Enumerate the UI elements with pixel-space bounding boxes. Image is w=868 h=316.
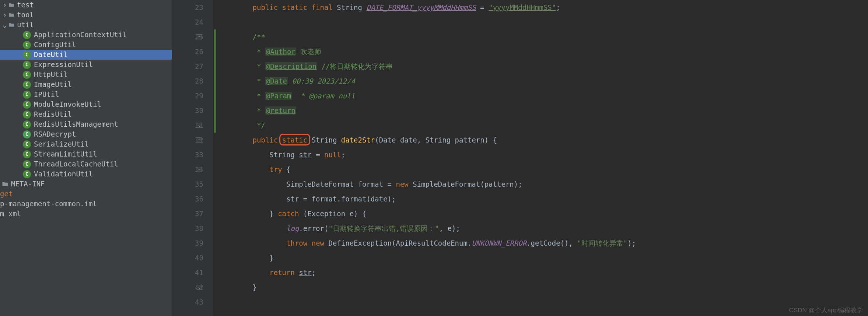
file-ApplicationContextUtil[interactable]: CApplicationContextUtil — [0, 30, 172, 40]
folder-icon — [8, 2, 15, 8]
tree-item-xml[interactable]: m xml — [0, 209, 172, 219]
code-line: public static final String DATE_FORMAT_y… — [219, 0, 868, 15]
class-icon: C — [23, 71, 31, 79]
file-label: DateUtil — [34, 50, 68, 60]
chevron-right-icon: › — [1, 0, 8, 10]
fold-minus-icon[interactable]: − — [197, 137, 202, 143]
code-line: } — [219, 250, 868, 265]
line-number[interactable]: 29 — [172, 88, 203, 103]
fold-minus-icon[interactable]: − — [197, 34, 202, 39]
line-number[interactable]: 23 — [172, 0, 203, 15]
folder-util[interactable]: ⌄ util — [0, 20, 172, 30]
file-ImageUtil[interactable]: CImageUtil — [0, 80, 172, 89]
code-line — [219, 15, 868, 29]
line-number[interactable]: 26 — [172, 44, 203, 59]
code-line: } — [219, 280, 868, 295]
line-number[interactable]: 32− — [172, 133, 203, 147]
line-number[interactable]: 31⌄ — [172, 118, 203, 133]
line-number[interactable]: 35 — [172, 177, 203, 192]
file-ConfigUtil[interactable]: CConfigUtil — [0, 40, 172, 50]
line-number[interactable]: 28 — [172, 74, 203, 88]
file-label: IPUtil — [34, 89, 59, 99]
class-icon: C — [23, 110, 31, 119]
code-line: throw new DefineException(ApiResultCodeE… — [219, 236, 868, 250]
folder-icon — [8, 22, 15, 28]
fold-end-icon[interactable]: ⌄ — [197, 123, 202, 128]
line-number[interactable]: 36 — [172, 192, 203, 206]
class-icon: C — [23, 160, 31, 168]
code-line: String str = null; — [219, 147, 868, 162]
watermark: CSDN @个人app编程教学 — [789, 306, 863, 315]
fold-end-icon[interactable]: ⌄ — [197, 285, 202, 290]
gutter[interactable]: 232425−262728293031⌄32−3334−353637383940… — [172, 0, 213, 316]
code-line: * @return — [219, 103, 868, 118]
line-number[interactable]: 41 — [172, 265, 203, 280]
line-number[interactable]: 24 — [172, 15, 203, 29]
app-root: › test › tool ⌄ util CApplicationContext… — [0, 0, 868, 316]
file-label: HttpUtil — [34, 70, 68, 80]
file-RedisUtilsManagement[interactable]: CRedisUtilsManagement — [0, 119, 172, 129]
code-line: /** — [219, 29, 868, 44]
line-number[interactable]: 27 — [172, 59, 203, 74]
file-HttpUtil[interactable]: CHttpUtil — [0, 70, 172, 80]
line-number[interactable]: 25− — [172, 29, 203, 44]
line-number[interactable]: 42⌄ — [172, 280, 203, 295]
line-number[interactable]: 39 — [172, 236, 203, 250]
line-number[interactable]: 38 — [172, 221, 203, 236]
folder-label: test — [17, 0, 34, 10]
fold-minus-icon[interactable]: − — [197, 167, 202, 172]
code-line: SimpleDateFormat format = new SimpleDate… — [219, 177, 868, 192]
file-label: RSADecrypt — [34, 129, 76, 139]
file-DateUtil[interactable]: CDateUtil — [0, 50, 172, 60]
folder-test[interactable]: › test — [0, 0, 172, 10]
folder-icon — [8, 12, 15, 18]
file-ModuleInvokeUtil[interactable]: CModuleInvokeUtil — [0, 99, 172, 109]
file-ExpressionUtil[interactable]: CExpressionUtil — [0, 60, 172, 70]
line-number[interactable]: 43 — [172, 295, 203, 309]
file-SerializeUtil[interactable]: CSerializeUtil — [0, 139, 172, 149]
folder-meta-inf[interactable]: META-INF — [0, 179, 172, 189]
file-label: ValidationUtil — [34, 169, 93, 179]
file-ThreadLocalCacheUtil[interactable]: CThreadLocalCacheUtil — [0, 159, 172, 169]
folder-label: META-INF — [11, 179, 45, 189]
folder-tool[interactable]: › tool — [0, 10, 172, 20]
code-line: try { — [219, 162, 868, 177]
line-number[interactable]: 37 — [172, 206, 203, 221]
class-icon: C — [23, 31, 31, 39]
file-label: StreamLimitUtil — [34, 149, 97, 159]
file-IPUtil[interactable]: CIPUtil — [0, 89, 172, 99]
folder-icon — [1, 180, 9, 188]
file-label: ExpressionUtil — [34, 60, 93, 70]
class-icon: C — [23, 51, 31, 59]
file-label: ApplicationContextUtil — [34, 30, 127, 40]
class-icon: C — [23, 150, 31, 158]
class-icon: C — [23, 120, 31, 129]
line-number[interactable]: 34− — [172, 162, 203, 177]
code-line: * @Author 吹老师 — [219, 44, 868, 59]
tree-label: get — [0, 189, 13, 199]
class-icon: C — [23, 61, 31, 69]
tree-label: m xml — [0, 209, 21, 219]
file-ValidationUtil[interactable]: CValidationUtil — [0, 169, 172, 179]
chevron-down-icon: ⌄ — [1, 20, 8, 30]
code-line: * @Description //将日期转化为字符串 — [219, 59, 868, 74]
code-line: public static String date2Str(Date date,… — [219, 133, 868, 147]
file-StreamLimitUtil[interactable]: CStreamLimitUtil — [0, 149, 172, 159]
file-RedisUtil[interactable]: CRedisUtil — [0, 109, 172, 119]
tree-item-get[interactable]: get — [0, 189, 172, 199]
class-icon: C — [23, 81, 31, 89]
tree-item-iml[interactable]: p-management-common.iml — [0, 199, 172, 209]
class-icon: C — [23, 170, 31, 178]
line-number[interactable]: 40 — [172, 250, 203, 265]
file-label: ModuleInvokeUtil — [34, 99, 101, 109]
line-number[interactable]: 30 — [172, 103, 203, 118]
file-label: SerializeUtil — [34, 139, 89, 149]
line-number[interactable]: 33 — [172, 147, 203, 162]
code-area[interactable]: public static final String DATE_FORMAT_y… — [213, 0, 868, 316]
editor[interactable]: 232425−262728293031⌄32−3334−353637383940… — [172, 0, 868, 316]
file-label: RedisUtilsManagement — [34, 119, 118, 129]
file-RSADecrypt[interactable]: CRSADecrypt — [0, 129, 172, 139]
project-tree[interactable]: › test › tool ⌄ util CApplicationContext… — [0, 0, 172, 316]
file-label: ImageUtil — [34, 80, 72, 89]
code-line — [219, 295, 868, 309]
